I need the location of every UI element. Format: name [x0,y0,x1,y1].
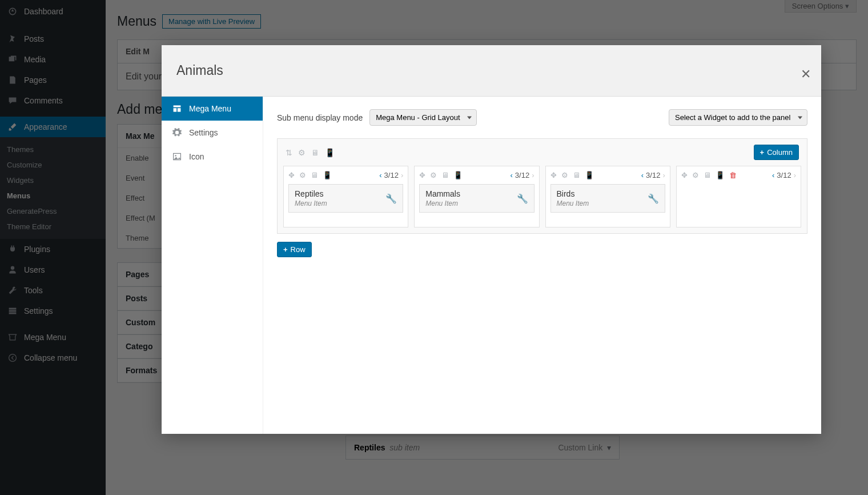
add-column-button[interactable]: +Column [754,145,799,160]
modal-title: Animals [176,63,223,78]
tab-icon[interactable]: Icon [162,145,263,169]
menu-item[interactable]: Reptiles Menu Item 🔧 [288,184,403,213]
chevron-left-icon[interactable]: ‹ [641,171,644,179]
modal-tabs: Mega Menu Settings Icon [162,97,263,434]
move-icon[interactable]: ✥ [419,171,425,179]
gear-icon[interactable]: ⚙ [298,148,306,157]
display-mode-select[interactable]: Mega Menu - Grid Layout [369,109,477,126]
move-icon[interactable]: ✥ [288,171,295,179]
desktop-icon[interactable]: 🖥 [441,171,449,179]
col-size: 3/12 [646,171,660,179]
chevron-right-icon[interactable]: › [401,171,403,179]
chevron-right-icon[interactable]: › [662,171,665,179]
add-row-button[interactable]: +Row [277,242,312,257]
wrench-icon[interactable]: 🔧 [648,193,659,204]
svg-point-5 [175,155,176,156]
desktop-icon[interactable]: 🖥 [311,148,319,157]
chevron-left-icon[interactable]: ‹ [511,171,513,179]
mobile-icon[interactable]: 📱 [453,171,463,179]
desktop-icon[interactable]: 🖥 [573,171,580,179]
grid-column: ✥ ⚙ 🖥 📱 ‹ 3/12 › [545,166,670,227]
menu-item-title: Mammals [425,189,460,198]
menu-item-type: Menu Item [557,199,589,207]
mobile-icon[interactable]: 📱 [585,171,594,179]
grid-icon [172,104,182,113]
chevron-left-icon[interactable]: ‹ [379,171,381,179]
gear-icon[interactable]: ⚙ [430,171,437,179]
menu-item[interactable]: Birds Menu Item 🔧 [550,184,665,213]
plus-icon: + [283,245,288,254]
col-size: 3/12 [777,171,791,179]
svg-rect-3 [178,108,181,111]
gear-icon[interactable]: ⚙ [299,171,306,179]
gear-icon[interactable]: ⚙ [561,171,568,179]
widget-select[interactable]: Select a Widget to add to the panel [669,109,807,126]
chevron-left-icon[interactable]: ‹ [772,171,774,179]
grid-column: ✥ ⚙ 🖥 📱 🗑 ‹ 3/12 › [676,166,801,227]
image-icon [172,152,182,161]
row-toolbar-icons: ⇅ ⚙ 🖥 📱 [286,148,335,157]
display-mode-label: Sub menu display mode [277,113,363,122]
plus-icon: + [760,148,765,157]
menu-item-type: Menu Item [425,199,460,207]
mobile-icon[interactable]: 📱 [323,171,332,179]
menu-item-title: Reptiles [295,189,327,198]
mobile-icon[interactable]: 📱 [716,171,725,179]
grid-row: ⇅ ⚙ 🖥 📱 +Column ✥ ⚙ 🖥 [277,138,807,234]
wrench-icon[interactable]: 🔧 [385,193,397,204]
modal-content: Sub menu display mode Mega Menu - Grid L… [263,97,821,434]
tab-settings[interactable]: Settings [162,121,263,145]
gear-icon [172,128,182,137]
col-size: 3/12 [515,171,529,179]
col-size: 3/12 [384,171,399,179]
desktop-icon[interactable]: 🖥 [311,171,318,179]
close-icon[interactable]: ✕ [801,67,811,82]
svg-rect-2 [174,108,177,111]
grid-column: ✥ ⚙ 🖥 📱 ‹ 3/12 › [414,166,539,227]
wrench-icon[interactable]: 🔧 [517,193,528,204]
megamenu-modal: Animals ✕ Mega Menu Settings Icon Sub me… [162,45,821,434]
desktop-icon[interactable]: 🖥 [704,171,711,179]
trash-icon[interactable]: 🗑 [729,171,737,179]
svg-rect-1 [174,105,181,107]
tab-megamenu[interactable]: Mega Menu [162,97,263,121]
chevron-right-icon[interactable]: › [532,171,534,179]
modal-header: Animals ✕ [162,45,821,97]
move-icon[interactable]: ✥ [681,171,688,179]
chevron-right-icon[interactable]: › [794,171,796,179]
grid-column: ✥ ⚙ 🖥 📱 ‹ 3/12 › [283,166,408,227]
gear-icon[interactable]: ⚙ [692,171,699,179]
move-icon[interactable]: ✥ [550,171,557,179]
menu-item[interactable]: Mammals Menu Item 🔧 [419,184,534,213]
mobile-icon[interactable]: 📱 [325,148,335,157]
menu-item-type: Menu Item [295,199,327,207]
sort-icon[interactable]: ⇅ [286,148,292,157]
menu-item-title: Birds [557,189,589,198]
